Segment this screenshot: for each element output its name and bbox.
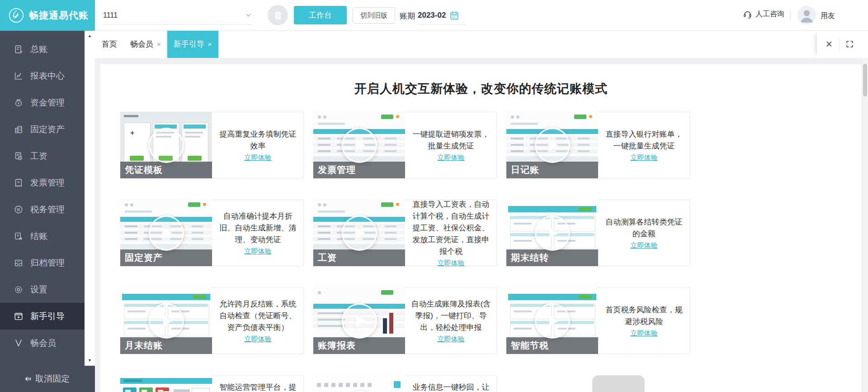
video-label-band: 发票管理 <box>313 162 405 178</box>
scroll-up-arrow[interactable]: ▲ <box>85 33 95 38</box>
sidebar-item-closing[interactable]: ¥结账 <box>0 223 85 249</box>
sidebar-item-invoice[interactable]: ¥发票管理 <box>0 169 85 196</box>
tab-close-icon[interactable]: × <box>208 40 212 48</box>
card-label: 凭证模板 <box>125 164 163 176</box>
card-description: 自动测算各结转类凭证的金额 <box>602 216 686 240</box>
play-button[interactable] <box>342 215 377 251</box>
play-button[interactable] <box>535 215 570 251</box>
try-now-link[interactable]: 立即体验 <box>245 153 272 162</box>
card-description: 智能运营管理平台，提升 <box>216 382 300 392</box>
try-now-link[interactable]: 立即体验 <box>631 153 658 162</box>
sidebar-item-member[interactable]: 畅会员 <box>0 330 85 356</box>
tab-member[interactable]: 畅会员× <box>124 30 167 58</box>
sidebar-menu: ¥总账报表中心¥资金管理固定资产¥工资¥发票管理税税务管理¥结账归档管理设置新手… <box>0 30 85 366</box>
sidebar-item-guide[interactable]: 新手引导 <box>0 303 85 330</box>
sidebar-item-tax[interactable]: 税税务管理 <box>0 196 85 223</box>
card-description: 提高重复业务填制凭证效率 <box>216 129 300 152</box>
video-thumbnail[interactable]: 日记账 <box>506 112 598 178</box>
app-logo: 畅捷通易代账 <box>0 0 95 31</box>
clipboard-icon[interactable] <box>268 5 288 25</box>
play-button[interactable] <box>149 215 184 251</box>
try-now-link[interactable]: 立即体验 <box>631 329 658 338</box>
account-select[interactable]: 1111 <box>103 6 252 25</box>
try-now-link[interactable]: 立即体验 <box>631 241 658 250</box>
tabbar-actions: × <box>817 30 862 58</box>
logo-icon <box>8 7 24 24</box>
user-name: 用友 <box>821 11 835 21</box>
try-now-link[interactable]: 立即体验 <box>438 259 465 268</box>
feature-card: 账簿报表自动生成账簿及报表(含季报)，一键打印、导出，轻松处理申报立即体验 <box>313 287 497 354</box>
video-thumbnail[interactable] <box>313 375 405 392</box>
play-button[interactable] <box>342 303 377 339</box>
play-button[interactable] <box>149 128 184 163</box>
switch-old-version-button[interactable]: 切到旧版 <box>353 7 395 24</box>
play-button[interactable] <box>342 128 377 163</box>
card-description: 业务信息一键秒回，让客 <box>409 382 493 392</box>
video-label-band: 固定资产 <box>120 249 212 266</box>
sidebar-item-label: 税务管理 <box>30 204 65 215</box>
sidebar-item-assets[interactable]: 固定资产 <box>0 116 85 143</box>
avatar[interactable] <box>797 6 816 24</box>
card-label: 日记账 <box>511 164 539 176</box>
period-picker[interactable]: 2023-02 <box>418 6 466 25</box>
sidebar-item-settings[interactable]: 设置 <box>0 276 85 303</box>
card-description-area: 自动测算各结转类凭证的金额立即体验 <box>598 200 690 266</box>
video-thumbnail[interactable] <box>120 375 212 392</box>
sidebar-item-label: 发票管理 <box>30 177 65 189</box>
try-now-link[interactable]: 立即体验 <box>245 247 272 256</box>
feature-card: 智能节税首页税务风险检查，规避涉税风险立即体验 <box>506 287 690 354</box>
sidebar-item-funds[interactable]: ¥资金管理 <box>0 89 85 116</box>
sidebar-item-label: 报表中心 <box>30 70 65 82</box>
sidebar-item-label: 设置 <box>30 284 47 296</box>
try-now-link[interactable]: 立即体验 <box>438 335 465 344</box>
tab-home[interactable]: 首页 <box>95 30 124 58</box>
page-title: 开启人机交互新体验，改变你的传统记账模式 <box>100 81 862 97</box>
sidebar-scrollbar[interactable]: ▲ ▼ <box>85 30 95 366</box>
tab-close-icon[interactable]: × <box>157 40 161 48</box>
tab-label: 首页 <box>102 39 117 49</box>
video-thumbnail[interactable]: 工资 <box>313 200 405 266</box>
tab-bar: 首页畅会员×新手引导× × <box>95 30 868 58</box>
video-thumbnail[interactable]: 期末结转 <box>506 200 598 266</box>
video-thumbnail[interactable]: 固定资产 <box>120 200 212 266</box>
card-description-area: 直接导入工资表，自动计算个税，自动生成计提工资、社保公积金、发放工资凭证，直接申… <box>405 200 497 266</box>
sidebar-item-archive[interactable]: 归档管理 <box>0 249 85 276</box>
video-thumbnail[interactable]: +凭证模板 <box>120 112 212 178</box>
sidebar-collapse-button[interactable]: 取消固定 <box>0 366 95 392</box>
card-label: 工资 <box>318 252 337 264</box>
play-button[interactable] <box>535 128 570 163</box>
support-label: 人工咨询 <box>755 10 784 19</box>
video-label-band: 日记账 <box>506 162 598 178</box>
video-label-band: 期末结转 <box>506 249 598 266</box>
scroll-down-arrow[interactable]: ▼ <box>85 358 95 363</box>
fullscreen-icon[interactable] <box>840 40 860 48</box>
sidebar-item-ledger[interactable]: ¥总账 <box>0 36 85 62</box>
svg-text:税: 税 <box>16 207 20 212</box>
svg-text:¥: ¥ <box>17 234 19 238</box>
tab-label: 新手引导 <box>174 39 204 49</box>
support-link[interactable]: 人工咨询 <box>743 10 784 19</box>
card-description: 直接导入工资表，自动计算个税，自动生成计提工资、社保公积金、发放工资凭证，直接申… <box>409 199 493 258</box>
card-description-area: 首页税务风险检查，规避涉税风险立即体验 <box>598 288 690 354</box>
period-label: 账期 <box>400 11 415 21</box>
page-scrollbar[interactable] <box>862 58 868 392</box>
tab-guide[interactable]: 新手引导× <box>167 30 218 58</box>
try-now-link[interactable]: 立即体验 <box>245 335 272 344</box>
period-value: 2023-02 <box>418 11 446 20</box>
video-thumbnail[interactable]: 月末结账 <box>120 287 212 354</box>
video-thumbnail[interactable]: 智能节税 <box>506 287 598 354</box>
workbench-button[interactable]: 工作台 <box>294 6 347 24</box>
card-description-area: 智能运营管理平台，提升 <box>212 376 304 392</box>
scrollbar-thumb[interactable] <box>863 64 867 96</box>
sidebar-item-payroll[interactable]: ¥工资 <box>0 143 85 169</box>
sidebar-item-label: 畅会员 <box>30 337 56 349</box>
close-icon[interactable]: × <box>819 38 839 50</box>
play-button[interactable] <box>535 303 570 339</box>
report-icon <box>14 71 24 81</box>
guide-icon <box>14 311 24 321</box>
video-thumbnail[interactable]: 账簿报表 <box>313 287 405 354</box>
video-thumbnail[interactable]: 发票管理 <box>313 112 405 178</box>
sidebar-item-report[interactable]: 报表中心 <box>0 62 85 89</box>
play-button[interactable] <box>149 303 184 339</box>
try-now-link[interactable]: 立即体验 <box>438 153 465 162</box>
